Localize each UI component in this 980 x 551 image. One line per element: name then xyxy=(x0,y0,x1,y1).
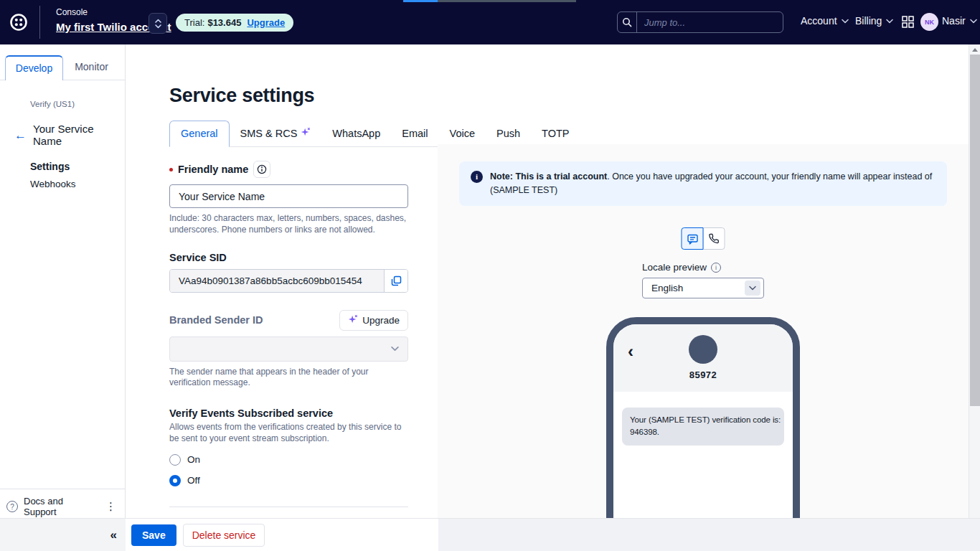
form-actions: Save Delete service xyxy=(126,518,438,551)
main-content: Service settings General SMS & RCS Whats… xyxy=(126,44,980,518)
tab-general[interactable]: General xyxy=(169,121,230,147)
twilio-console-page: Console My first Twilio account Trial: $… xyxy=(0,0,980,551)
loading-bar-track xyxy=(438,0,576,2)
sender-avatar xyxy=(689,335,717,364)
trial-balance-badge: Trial: $13.645 Upgrade xyxy=(176,14,293,32)
tab-voice[interactable]: Voice xyxy=(439,121,486,146)
nav-user-menu[interactable]: Nasir xyxy=(942,15,977,27)
phone-message-body: Your (SAMPLE TEST) verification code is:… xyxy=(613,392,793,461)
sidebar-section-label: Verify (US1) xyxy=(30,100,125,108)
user-avatar[interactable]: NK xyxy=(920,13,938,31)
save-button[interactable]: Save xyxy=(131,524,176,546)
service-sid-label: Service SID xyxy=(169,252,408,263)
header-divider xyxy=(39,6,40,39)
copy-icon[interactable] xyxy=(384,270,407,292)
upgrade-link[interactable]: Upgrade xyxy=(247,17,285,28)
nav-billing-label: Billing xyxy=(855,15,882,27)
bottom-bar-spacer xyxy=(438,518,980,551)
friendly-name-help: Include: 30 characters max, letters, num… xyxy=(169,213,408,236)
top-header-bar: Console My first Twilio account Trial: $… xyxy=(0,0,980,44)
chevron-down-icon xyxy=(745,281,760,296)
sidebar-item-webhooks[interactable]: Webhooks xyxy=(30,179,125,189)
phone-message-header: ‹ 85972 xyxy=(613,324,793,392)
sidebar-footer: « xyxy=(0,518,126,551)
page-title: Service settings xyxy=(169,85,314,107)
tab-monitor[interactable]: Monitor xyxy=(63,55,120,80)
verify-events-help: Allows events from the verifications cre… xyxy=(169,422,408,445)
friendly-name-label: Friendly name xyxy=(178,164,248,175)
sidebar-back-service[interactable]: ← Your Service Name xyxy=(14,123,125,147)
tab-whatsapp[interactable]: WhatsApp xyxy=(321,121,391,146)
loading-bar-progress xyxy=(403,0,438,2)
chevron-down-icon xyxy=(970,19,977,24)
sms-message-bubble: Your (SAMPLE TEST) verification code is:… xyxy=(622,408,784,446)
sms-preview-toggle[interactable] xyxy=(682,227,704,250)
console-label: Console xyxy=(56,7,88,17)
radio-option-off[interactable]: Off xyxy=(169,475,408,486)
back-arrow-icon: ← xyxy=(14,129,27,141)
up-down-chevrons-icon xyxy=(154,18,162,29)
delete-service-button[interactable]: Delete service xyxy=(183,524,265,547)
info-icon[interactable] xyxy=(253,161,270,178)
collapse-sidebar-icon[interactable]: « xyxy=(110,528,117,542)
branded-sender-label: Branded Sender ID xyxy=(169,314,263,326)
locale-select[interactable]: English xyxy=(642,278,764,298)
vertical-scrollbar[interactable] xyxy=(969,44,980,518)
chat-bubble-icon xyxy=(687,233,698,245)
trial-note-banner: i Note: This is a trial account. Once yo… xyxy=(459,161,947,206)
voice-preview-toggle[interactable] xyxy=(703,227,725,250)
app-switcher-grid-icon[interactable] xyxy=(902,16,914,28)
search-icon[interactable] xyxy=(618,12,637,32)
service-name-label: Your Service Name xyxy=(33,123,125,147)
sparkle-icon xyxy=(348,314,358,326)
jump-to-search[interactable] xyxy=(617,11,783,33)
sparkle-icon xyxy=(301,127,311,139)
trial-amount: $13.645 xyxy=(207,17,241,28)
twilio-logo-icon[interactable] xyxy=(9,13,28,32)
help-icon: ? xyxy=(6,501,18,512)
account-switcher-button[interactable] xyxy=(149,13,167,34)
radio-icon xyxy=(169,454,181,466)
tab-push[interactable]: Push xyxy=(486,121,531,146)
nav-account-menu[interactable]: Account xyxy=(801,15,849,27)
branded-upgrade-button[interactable]: Upgrade xyxy=(339,310,408,331)
branded-sender-help: The sender name that appears in the head… xyxy=(169,367,408,390)
scrollbar-thumb[interactable] xyxy=(970,55,980,406)
preview-panel: i Note: This is a trial account. Once yo… xyxy=(438,144,969,518)
tab-email[interactable]: Email xyxy=(391,121,438,146)
search-input[interactable] xyxy=(637,12,783,32)
preview-mode-toggle xyxy=(682,227,725,250)
phone-mockup: ‹ 85972 Your (SAMPLE TEST) verification … xyxy=(606,317,800,518)
sender-number: 85972 xyxy=(613,369,793,380)
sidebar-item-settings[interactable]: Settings xyxy=(30,161,125,172)
friendly-name-input[interactable] xyxy=(169,184,408,208)
required-marker xyxy=(169,168,173,171)
service-sid-field: VAa94b0901387a86bb5acbc609bb015454 xyxy=(169,269,408,293)
radio-checked-icon xyxy=(169,475,181,486)
general-settings-form: Friendly name Include: 30 characters max… xyxy=(169,145,408,518)
tab-sms-rcs[interactable]: SMS & RCS xyxy=(230,121,322,146)
branded-sender-select[interactable] xyxy=(169,336,408,362)
info-icon[interactable]: i xyxy=(711,263,721,273)
settings-tabs: General SMS & RCS WhatsApp Email Voice P… xyxy=(169,121,969,147)
radio-option-on[interactable]: On xyxy=(169,454,408,466)
chevron-down-icon xyxy=(842,19,849,24)
docs-support-link[interactable]: Docs and Support xyxy=(24,496,97,517)
trial-label: Trial: xyxy=(184,17,204,28)
nav-billing-menu[interactable]: Billing xyxy=(855,15,893,27)
scroll-up-button[interactable] xyxy=(969,44,980,55)
service-sid-value: VAa94b0901387a86bb5acbc609bb015454 xyxy=(170,270,384,292)
tab-totp[interactable]: TOTP xyxy=(531,121,580,146)
verify-events-label: Verify Events Subscribed service xyxy=(169,408,408,419)
locale-preview-label: Locale preview i xyxy=(642,262,721,273)
tab-develop[interactable]: Develop xyxy=(5,55,63,80)
chevron-down-icon xyxy=(391,346,399,352)
left-sidebar: Develop Monitor Verify (US1) ← Your Serv… xyxy=(0,44,126,518)
bottom-action-bar: « Save Delete service xyxy=(0,518,980,551)
docs-support-row: ? Docs and Support ⋮ xyxy=(0,489,125,517)
note-text: Note: This is a trial account. Once you … xyxy=(490,170,936,197)
nav-account-label: Account xyxy=(801,15,837,27)
sidebar-tabs: Develop Monitor xyxy=(0,44,125,80)
overflow-menu-icon[interactable]: ⋮ xyxy=(103,500,119,513)
info-icon: i xyxy=(471,171,483,183)
